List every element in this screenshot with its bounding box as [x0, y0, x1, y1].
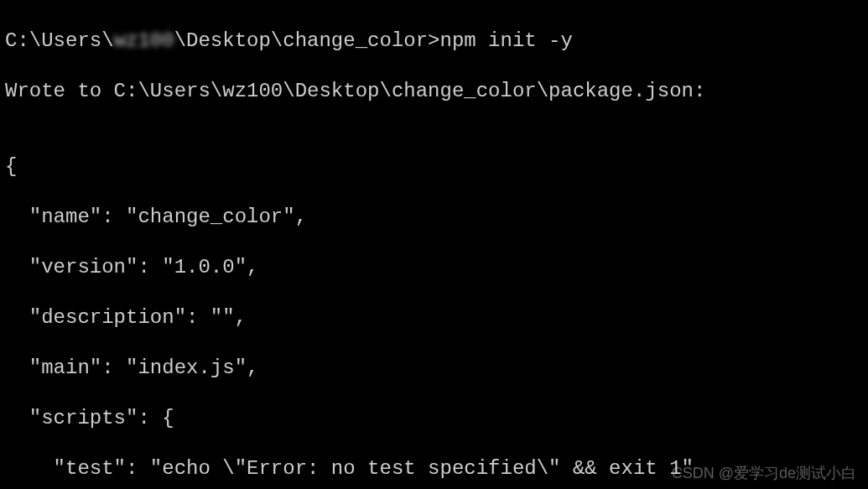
- terminal-output[interactable]: C:\Users\wz100\Desktop\change_color>npm …: [5, 3, 863, 489]
- prompt-path-prefix: C:\Users\: [5, 29, 114, 52]
- json-version: "version": "1.0.0",: [5, 255, 863, 280]
- json-open-brace: {: [5, 154, 863, 179]
- prompt-line: C:\Users\wz100\Desktop\change_color>npm …: [5, 29, 863, 54]
- prompt-username: wz100: [114, 29, 174, 54]
- json-scripts-open: "scripts": {: [5, 406, 863, 431]
- prompt-path-suffix: \Desktop\change_color>: [174, 29, 440, 52]
- output-wrote-line: Wrote to C:\Users\wz100\Desktop\change_c…: [5, 79, 863, 104]
- json-main: "main": "index.js",: [5, 356, 863, 381]
- json-description: "description": "",: [5, 305, 863, 330]
- json-name: "name": "change_color",: [5, 205, 863, 230]
- watermark-text: CSDN @爱学习de测试小白: [672, 464, 856, 483]
- command-text: npm init -y: [440, 29, 573, 52]
